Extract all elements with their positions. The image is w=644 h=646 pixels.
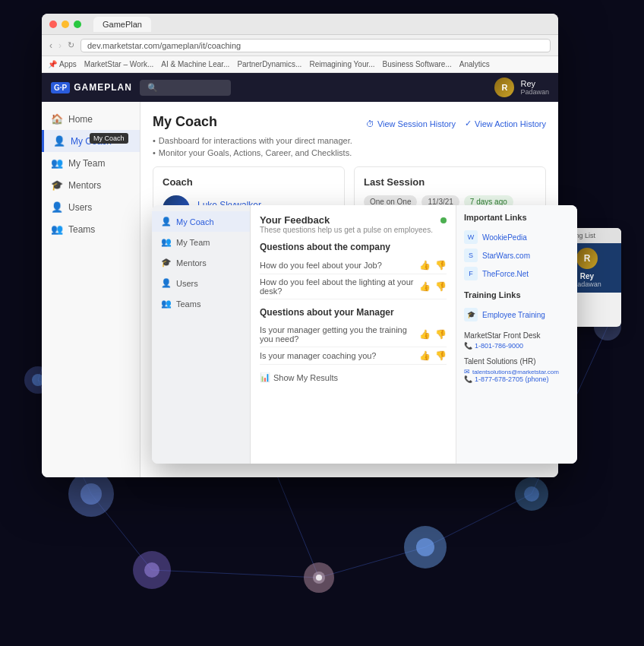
bookmark-reimagining[interactable]: Reimagining Your...	[309, 60, 374, 68]
thumb-down-2[interactable]: 👎	[435, 281, 447, 292]
user-name-block: Rey Padawan	[520, 79, 549, 96]
myteam-icon: 👥	[51, 157, 63, 169]
bookmark-ai[interactable]: AI & Machine Lear...	[161, 60, 229, 68]
sidebar-item-users[interactable]: 👤 Users	[42, 196, 140, 218]
question-3-thumbs: 👍 👎	[419, 329, 447, 340]
svg-point-25	[80, 483, 102, 505]
bookmark-business[interactable]: Business Software...	[383, 60, 452, 68]
coach-card-title: Coach	[163, 176, 335, 188]
sidebar-item-myteam[interactable]: 👥 My Team	[42, 152, 140, 174]
contact-1-title: MarketStar Front Desk	[464, 331, 570, 340]
user-avatar: R	[494, 78, 514, 97]
bottom-sidebar-users[interactable]: 👤 Users	[152, 273, 250, 293]
nav-refresh-icon[interactable]: ↻	[68, 40, 74, 50]
bottom-myteam-icon: 👥	[161, 237, 172, 247]
show-results-btn[interactable]: 📊 Show My Results	[260, 372, 447, 382]
logo-name: GAMEPLAN	[74, 82, 132, 93]
maximize-button[interactable]	[74, 21, 81, 28]
manager-group-title: Questions about your Manager	[260, 307, 447, 318]
bookmark-marketstar[interactable]: MarketStar – Work...	[84, 60, 154, 68]
feedback-main: Your Feedback These questions help us ge…	[251, 205, 456, 464]
address-bar[interactable]: dev.marketstar.com/gameplan/it/coaching	[80, 39, 551, 52]
results-icon: 📊	[260, 372, 270, 382]
home-icon: 🏠	[51, 113, 63, 125]
feedback-header: Your Feedback These questions help us ge…	[260, 214, 447, 234]
thumb-up-2[interactable]: 👍	[419, 281, 431, 292]
contact-1-phone[interactable]: 📞 1-801-786-9000	[464, 342, 570, 350]
sidebar-label-teams: Teams	[68, 224, 95, 235]
sidebar-item-teams[interactable]: 👥 Teams	[42, 218, 140, 240]
svg-point-26	[144, 562, 159, 578]
sidebar-label-home: Home	[68, 114, 93, 125]
bottom-sidebar-myteam[interactable]: 👥 My Team	[152, 232, 250, 252]
svg-point-29	[524, 486, 539, 502]
training-links-title: Training Links	[464, 290, 570, 299]
user-subtitle: Padawan	[520, 88, 549, 96]
contact-block-2: Talent Solutions (HR) ✉ talentsolutions@…	[464, 357, 570, 383]
link-starwars[interactable]: S StarWars.com	[464, 246, 570, 264]
nav-forward-icon[interactable]: ›	[58, 40, 62, 51]
app-logo: G·P GAMEPLAN	[51, 82, 132, 93]
view-action-history-btn[interactable]: ✓ View Action History	[465, 119, 546, 128]
question-1-thumbs: 👍 👎	[419, 260, 447, 271]
view-session-history-btn[interactable]: ⏱ View Session History	[366, 119, 456, 128]
important-links-title: Important Links	[464, 213, 570, 222]
link-theforce[interactable]: F TheForce.Net	[464, 264, 570, 283]
thumb-up-1[interactable]: 👍	[419, 260, 431, 271]
page-desc-1: Dashboard for interactions with your dir…	[153, 136, 352, 145]
contact-2-phone[interactable]: 📞 1-877-678-2705 (phone)	[464, 375, 570, 383]
bottom-sidebar-mycoach[interactable]: 👤 My Coach	[152, 211, 250, 232]
important-links-panel: Important Links W WookiePedia S StarWars…	[456, 205, 577, 464]
feedback-title: Your Feedback	[260, 214, 433, 226]
thumb-down-1[interactable]: 👎	[435, 260, 447, 271]
svg-point-28	[416, 538, 434, 556]
browser-addressbar: ‹ › ↻ dev.marketstar.com/gameplan/it/coa…	[42, 35, 558, 56]
tab-label: GamePlan	[103, 20, 142, 29]
bookmark-partner[interactable]: PartnerDynamics...	[237, 60, 301, 68]
thumb-up-4[interactable]: 👍	[419, 350, 431, 361]
svg-line-4	[152, 570, 319, 578]
contact-block-1: MarketStar Front Desk 📞 1-801-786-9000	[464, 331, 570, 350]
minimize-button[interactable]	[62, 21, 69, 28]
bookmarks-bar: 📌 Apps MarketStar – Work... AI & Machine…	[42, 56, 558, 73]
sidebar-item-mycoach[interactable]: 👤 My Coach My Coach	[42, 130, 140, 152]
feedback-desc: These questions help us get a pulse on e…	[260, 226, 433, 234]
bookmark-apps[interactable]: 📌 Apps	[48, 60, 77, 68]
question-2-thumbs: 👍 👎	[419, 281, 447, 292]
sidebar-item-mentors[interactable]: 🎓 Mentors	[42, 174, 140, 196]
users-icon: 👤	[51, 201, 63, 213]
app-topbar: G·P GAMEPLAN 🔍 R Rey Padawan	[42, 73, 558, 102]
question-row-1: How do you feel about your Job? 👍 👎	[260, 257, 447, 274]
search-icon: 🔍	[147, 83, 158, 93]
teams-icon: 👥	[51, 223, 63, 235]
bottom-sidebar-teams[interactable]: 👥 Teams	[152, 293, 250, 314]
sidebar-item-home[interactable]: 🏠 Home	[42, 108, 140, 130]
bookmark-analytics[interactable]: Analytics	[459, 60, 490, 68]
sidebar-label-mentors: Mentors	[68, 180, 101, 191]
sidebar-tooltip: My Coach	[90, 133, 128, 144]
sidebar-label-users: Users	[68, 202, 92, 213]
thumb-down-4[interactable]: 👎	[435, 350, 447, 361]
question-1-text: How do you feel about your Job?	[260, 261, 382, 270]
sidebar-label-myteam: My Team	[68, 158, 105, 169]
bottom-mycoach-icon: 👤	[161, 217, 172, 226]
search-bar[interactable]: 🔍	[140, 80, 231, 96]
contact-2-title: Talent Solutions (HR)	[464, 357, 570, 366]
question-4-text: Is your manager coaching you?	[260, 351, 376, 360]
bottom-teams-icon: 👥	[161, 299, 172, 309]
nav-back-icon[interactable]: ‹	[49, 40, 52, 51]
question-row-4: Is your manager coaching you? 👍 👎	[260, 347, 447, 365]
logo-gp-badge: G·P	[51, 82, 70, 93]
browser-titlebar: GamePlan	[42, 14, 558, 35]
thumb-up-3[interactable]: 👍	[419, 329, 431, 340]
bottom-panel: 👤 My Coach 👥 My Team 🎓 Mentors 👤 Users 👥…	[152, 205, 577, 464]
thumb-down-3[interactable]: 👎	[435, 329, 447, 340]
contact-2-email[interactable]: ✉ talentsolutions@marketstar.com	[464, 368, 570, 375]
close-button[interactable]	[49, 21, 57, 28]
link-employee-training[interactable]: 🎓 Employee Training	[464, 306, 570, 324]
browser-tab[interactable]: GamePlan	[93, 17, 151, 32]
bottom-sidebar: 👤 My Coach 👥 My Team 🎓 Mentors 👤 Users 👥…	[152, 205, 251, 464]
header-actions: ⏱ View Session History ✓ View Action His…	[366, 119, 546, 128]
bottom-sidebar-mentors[interactable]: 🎓 Mentors	[152, 252, 250, 273]
link-wookiepedia[interactable]: W WookiePedia	[464, 228, 570, 246]
